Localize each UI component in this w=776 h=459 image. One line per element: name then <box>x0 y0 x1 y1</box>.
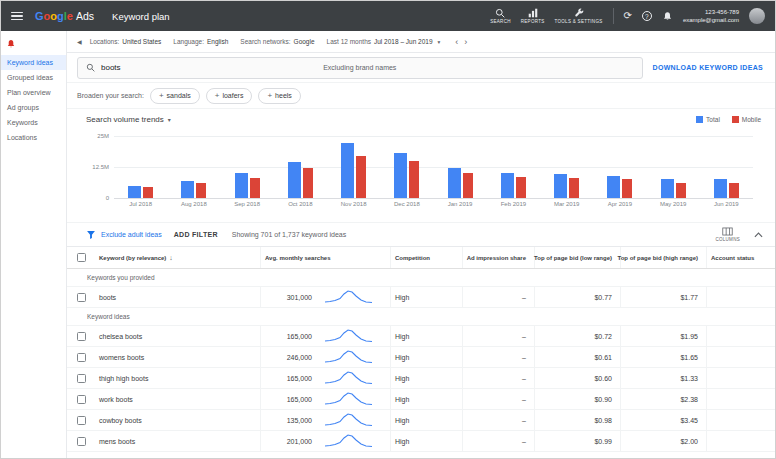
table-row-cowboy-boots[interactable]: cowboy boots135,000High–$0.98$3.45 <box>67 410 775 431</box>
search-volume-trends-title[interactable]: Search volume trends <box>86 115 164 124</box>
keyword-search-input[interactable] <box>101 63 301 72</box>
row-checkbox[interactable] <box>77 293 86 302</box>
help-icon[interactable]: ? <box>642 11 652 21</box>
table-row-womens-boots[interactable]: womens boots246,000High–$0.61$1.65 <box>67 347 775 368</box>
header-keyword[interactable]: Keyword (by relevance)↓ <box>95 247 260 268</box>
bar-group-jan-2019: Jan 2019 <box>448 168 473 198</box>
bid-high-cell: $1.95 <box>620 326 706 346</box>
google-ads-app: Google Ads Keyword plan SEARCH REPORTS T… <box>0 0 776 459</box>
trend-sparkline-icon <box>320 410 390 430</box>
topbar: Google Ads Keyword plan SEARCH REPORTS T… <box>1 1 775 31</box>
trend-sparkline-icon <box>320 326 390 346</box>
refresh-icon[interactable]: ⟳ <box>624 11 632 21</box>
header-account-status[interactable]: Account status <box>706 247 775 268</box>
tools-settings-nav-button[interactable]: TOOLS & SETTINGS <box>555 8 603 24</box>
row-checkbox[interactable] <box>77 416 86 425</box>
row-checkbox[interactable] <box>77 437 86 446</box>
row-checkbox[interactable] <box>77 374 86 383</box>
sidebar-item-locations[interactable]: Locations <box>1 130 66 145</box>
bar-mobile <box>303 168 313 198</box>
x-axis-label: Oct 2018 <box>288 201 312 207</box>
header-bid-high[interactable]: Top of page bid (high range) <box>620 247 706 268</box>
table-row-boots[interactable]: boots301,000High–$0.77$1.77 <box>67 287 775 308</box>
header-bid-low[interactable]: Top of page bid (low range) <box>534 247 620 268</box>
avg-searches-cell: 165,000 <box>260 389 320 409</box>
menu-icon[interactable] <box>11 12 23 21</box>
broaden-chip-sandals[interactable]: +sandals <box>150 88 200 104</box>
sidebar-item-plan-overview[interactable]: Plan overview <box>1 85 66 100</box>
keyword-ideas-table: Keyword (by relevance)↓ Avg. monthly sea… <box>67 247 775 458</box>
table-row-mens-boots[interactable]: mens boots201,000High–$0.99$2.00 <box>67 431 775 452</box>
trend-sparkline-icon <box>320 431 390 451</box>
bar-mobile <box>729 183 739 198</box>
y-tick-label: 12.5M <box>92 164 109 170</box>
download-keyword-ideas-button[interactable]: DOWNLOAD KEYWORD IDEAS <box>653 64 765 71</box>
broaden-chip-heels[interactable]: +heels <box>258 88 300 104</box>
bar-mobile <box>250 178 260 198</box>
networks-setting[interactable]: Search networks: Google <box>240 38 314 45</box>
main-panel: ◀ Locations: United States Language: Eng… <box>67 31 775 458</box>
table-row-chelsea-boots[interactable]: chelsea boots165,000High–$0.72$1.95 <box>67 326 775 347</box>
bar-total <box>288 162 301 198</box>
bar-total <box>661 179 674 198</box>
collapse-panel-icon[interactable]: ◀ <box>77 38 82 45</box>
sidebar-item-ad-groups[interactable]: Ad groups <box>1 100 66 115</box>
avatar[interactable] <box>749 8 765 24</box>
avg-searches-cell: 246,000 <box>260 347 320 367</box>
reports-nav-button[interactable]: REPORTS <box>521 8 545 24</box>
sidebar-item-keywords[interactable]: Keywords <box>1 115 66 130</box>
table-row-thigh-high-boots[interactable]: thigh high boots165,000High–$0.60$1.33 <box>67 368 775 389</box>
tools-settings-icon <box>574 8 584 18</box>
date-range-setting[interactable]: Last 12 months Jul 2018 – Jun 2019 ▾ <box>327 38 441 45</box>
header-ad-impression-share[interactable]: Ad impression share <box>462 247 534 268</box>
select-all-checkbox[interactable] <box>77 253 86 262</box>
row-checkbox[interactable] <box>77 353 86 362</box>
competition-cell: High <box>390 431 462 451</box>
alert-bell-icon[interactable] <box>1 31 66 55</box>
competition-cell: High <box>390 347 462 367</box>
row-checkbox[interactable] <box>77 332 86 341</box>
broaden-chip-loafers[interactable]: +loafers <box>206 88 253 104</box>
bid-low-cell: $0.90 <box>534 389 620 409</box>
sidebar-item-keyword-ideas[interactable]: Keyword ideas <box>1 55 66 70</box>
x-axis-label: Feb 2019 <box>501 201 526 207</box>
x-axis-label: Aug 2018 <box>181 201 207 207</box>
avg-searches-cell: 201,000 <box>260 431 320 451</box>
locations-setting[interactable]: Locations: United States <box>90 38 162 45</box>
competition-cell: High <box>390 410 462 430</box>
table-toolbar: Exclude adult ideas ADD FILTER Showing 7… <box>67 223 775 247</box>
chevron-down-icon: ▾ <box>438 39 441 45</box>
bar-total <box>341 143 354 198</box>
topbar-actions: SEARCH REPORTS TOOLS & SETTINGS ⟳ ? 123-… <box>490 8 765 24</box>
plus-icon: + <box>215 91 220 100</box>
keyword-cell: chelsea boots <box>95 326 260 346</box>
header-avg-monthly-searches[interactable]: Avg. monthly searches <box>260 247 390 268</box>
google-ads-logo[interactable]: Google Ads <box>35 10 94 22</box>
collapse-table-button[interactable] <box>754 232 763 238</box>
add-filter-button[interactable]: ADD FILTER <box>174 231 218 238</box>
sidebar-item-grouped-ideas[interactable]: Grouped ideas <box>1 70 66 85</box>
keyword-search-box[interactable]: Excluding brand names <box>77 57 643 79</box>
table-section-label: Keywords you provided <box>67 269 775 287</box>
account-id: 123-456-789 <box>683 8 739 16</box>
exclude-adult-ideas-filter[interactable]: Exclude adult ideas <box>86 230 162 240</box>
ad-impression-share-cell: – <box>462 287 534 307</box>
search-nav-button[interactable]: SEARCH <box>490 8 511 24</box>
google-wordmark: Google <box>35 10 73 22</box>
account-status-cell <box>706 347 775 367</box>
table-section-label: Keyword ideas <box>67 308 775 326</box>
date-prev-arrow[interactable]: ‹ <box>452 37 461 47</box>
row-checkbox[interactable] <box>77 395 86 404</box>
bar-mobile <box>569 178 579 198</box>
bar-group-apr-2019: Apr 2019 <box>607 176 632 198</box>
table-row-work-boots[interactable]: work boots165,000High–$0.90$2.38 <box>67 389 775 410</box>
language-setting[interactable]: Language: English <box>173 38 228 45</box>
header-competition[interactable]: Competition <box>390 247 462 268</box>
legend-item-total: Total <box>696 116 720 123</box>
bar-group-oct-2018: Oct 2018 <box>288 162 313 198</box>
notifications-bell-icon[interactable] <box>662 11 673 22</box>
topbar-divider <box>613 8 614 24</box>
columns-button[interactable]: COLUMNS <box>715 227 740 242</box>
account-info[interactable]: 123-456-789 example@gmail.com <box>683 8 739 24</box>
date-next-arrow[interactable]: › <box>461 37 470 47</box>
